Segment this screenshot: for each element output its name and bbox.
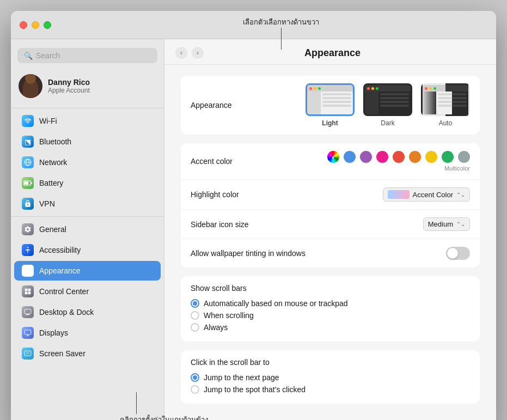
- displays-icon: [22, 327, 34, 339]
- sidebar-item-vpn[interactable]: VPN: [14, 194, 161, 214]
- appearance-option-dark[interactable]: Dark: [363, 83, 412, 127]
- accent-purple[interactable]: [360, 151, 372, 163]
- appearance-thumb-auto: [421, 83, 470, 116]
- sidebar-item-network[interactable]: Network: [14, 153, 161, 172]
- accent-blue[interactable]: [344, 151, 356, 163]
- user-name: Danny Rico: [48, 78, 90, 87]
- scroll-always-option[interactable]: Always: [191, 323, 470, 332]
- dropdown-chevron-icon: ⌃⌄: [456, 221, 465, 227]
- sidebar-label-control-center: Control Center: [39, 287, 89, 296]
- accent-colors: [327, 151, 470, 163]
- click-scroll-row: Click in the scroll bar to Jump to the n…: [181, 350, 480, 404]
- minimize-button[interactable]: [32, 21, 39, 29]
- search-container: 🔍 Search: [11, 46, 164, 70]
- desktop-dock-icon: [22, 306, 34, 318]
- toggle-knob: [447, 248, 458, 259]
- accent-red[interactable]: [393, 151, 405, 163]
- scroll-when-scrolling-label: When scrolling: [204, 311, 254, 320]
- sidebar-item-wifi[interactable]: Wi-Fi: [14, 111, 161, 131]
- search-icon: 🔍: [24, 52, 33, 60]
- appearance-option-light[interactable]: Light: [306, 83, 355, 127]
- sidebar-item-general[interactable]: General: [14, 220, 161, 239]
- accent-yellow[interactable]: [425, 151, 437, 163]
- appearance-option-auto[interactable]: Auto: [421, 83, 470, 127]
- sidebar: 🔍 Search Danny Rico Apple Account: [11, 39, 164, 420]
- user-subtitle: Apple Account: [48, 87, 90, 94]
- click-next-page-option[interactable]: Jump to the next page: [191, 373, 470, 382]
- sidebar-item-battery[interactable]: Battery: [14, 173, 161, 193]
- appearance-thumb-light: [306, 83, 355, 116]
- appearance-option-dark-label: Dark: [381, 119, 394, 127]
- general-icon: [22, 223, 34, 235]
- sidebar-size-dropdown[interactable]: Medium ⌃⌄: [423, 217, 470, 231]
- user-info: Danny Rico Apple Account: [48, 78, 90, 94]
- accent-pink[interactable]: [376, 151, 388, 163]
- back-button[interactable]: ‹: [175, 47, 187, 59]
- svg-rect-8: [28, 289, 31, 291]
- close-button[interactable]: [20, 21, 27, 29]
- sidebar-divider: [11, 108, 164, 108]
- accent-color-row: Accent color: [181, 143, 480, 180]
- click-next-page-radio[interactable]: [191, 373, 199, 382]
- click-spot-radio[interactable]: [191, 385, 199, 394]
- tooltip-bottom: คลิกการตั้งค่าในแถบด้านข้าง: [120, 414, 208, 420]
- accent-multicolor[interactable]: [327, 151, 339, 163]
- forward-button[interactable]: ›: [192, 47, 204, 59]
- appearance-thumb-dark: [363, 83, 412, 116]
- appearance-option-auto-label: Auto: [439, 119, 453, 127]
- svg-rect-3: [31, 182, 32, 184]
- scroll-always-radio[interactable]: [191, 323, 199, 332]
- panel-header: ‹ › Appearance: [164, 39, 496, 65]
- sidebar-label-accessibility: Accessibility: [39, 246, 81, 254]
- sidebar-label-wifi: Wi-Fi: [39, 117, 57, 125]
- scroll-auto-label: Automatically based on mouse or trackpad: [204, 299, 348, 308]
- control-center-icon: [22, 285, 34, 297]
- accent-green[interactable]: [442, 151, 454, 163]
- appearance-icon: [22, 265, 34, 277]
- click-scroll-label: Click in the scroll bar to: [191, 358, 470, 367]
- svg-point-5: [27, 247, 28, 248]
- scroll-when-scrolling-option[interactable]: When scrolling: [191, 311, 470, 320]
- sidebar-label-desktop-dock: Desktop & Dock: [39, 308, 94, 316]
- sidebar-item-screen-saver[interactable]: Screen Saver: [14, 344, 161, 363]
- traffic-lights: [20, 21, 51, 29]
- sidebar-item-accessibility[interactable]: Accessibility: [14, 240, 161, 260]
- svg-rect-14: [25, 330, 31, 334]
- sidebar-item-displays[interactable]: Displays: [14, 323, 161, 343]
- wallpaper-tinting-label: Allow wallpaper tinting in windows: [191, 249, 306, 258]
- scroll-auto-option[interactable]: Automatically based on mouse or trackpad: [191, 299, 470, 308]
- wallpaper-tinting-toggle[interactable]: [446, 247, 470, 260]
- appearance-control: Light: [300, 83, 470, 127]
- sidebar-item-desktop-dock[interactable]: Desktop & Dock: [14, 302, 161, 322]
- sidebar-item-appearance[interactable]: Appearance: [14, 261, 161, 281]
- sidebar-icon-size-row: Sidebar icon size Medium ⌃⌄: [181, 210, 480, 239]
- click-spot-option[interactable]: Jump to the spot that's clicked: [191, 385, 470, 394]
- sidebar-label-appearance: Appearance: [39, 266, 81, 275]
- sidebar-icon-size-label: Sidebar icon size: [191, 220, 300, 229]
- scroll-auto-radio[interactable]: [191, 299, 199, 308]
- tooltip-top: เลือกตัวเลือกทางด้านขวา: [243, 16, 319, 28]
- highlight-selector[interactable]: Accent Color ⌃⌄: [383, 187, 470, 202]
- sidebar-item-control-center[interactable]: Control Center: [14, 282, 161, 301]
- accent-graphite[interactable]: [458, 151, 470, 163]
- accent-orange[interactable]: [409, 151, 421, 163]
- sidebar-item-bluetooth[interactable]: ⬔ Bluetooth: [14, 132, 161, 151]
- panel-content: Appearance: [164, 65, 496, 420]
- click-next-page-label: Jump to the next page: [204, 373, 279, 382]
- search-bar[interactable]: 🔍 Search: [17, 48, 157, 63]
- scroll-when-scrolling-radio[interactable]: [191, 311, 199, 320]
- wifi-icon: [22, 115, 34, 127]
- svg-rect-10: [28, 292, 31, 295]
- wallpaper-tinting-row: Allow wallpaper tinting in windows: [181, 239, 480, 267]
- scroll-bars-radio-group: Automatically based on mouse or trackpad…: [191, 297, 470, 334]
- maximize-button[interactable]: [44, 21, 51, 29]
- scroll-always-label: Always: [204, 323, 228, 332]
- accent-sublabel: Multicolor: [444, 165, 470, 172]
- scroll-bars-section: Show scroll bars Automatically based on …: [181, 276, 480, 342]
- sidebar-label-general: General: [39, 225, 66, 234]
- bluetooth-icon: ⬔: [22, 136, 34, 148]
- battery-icon: [22, 177, 34, 189]
- user-profile[interactable]: Danny Rico Apple Account: [11, 70, 164, 106]
- scroll-bars-row: Show scroll bars Automatically based on …: [181, 276, 480, 342]
- svg-rect-12: [26, 314, 30, 315]
